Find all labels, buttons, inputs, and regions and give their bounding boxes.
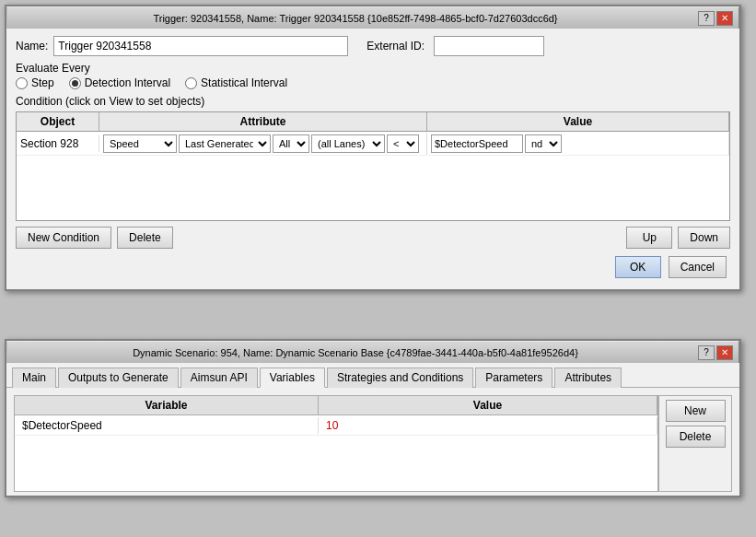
down-button[interactable]: Down [678,227,730,249]
var-new-button[interactable]: New [666,400,726,422]
var-td-value: 10 [319,417,657,434]
attr-generated-select[interactable]: Last Generated [179,134,271,153]
radio-detection-interval[interactable]: Detection Interval [69,76,170,89]
tab-attributes[interactable]: Attributes [554,368,622,388]
td-value: nd [427,133,729,155]
variables-section: Variable Value $DetectorSpeed 10 New Del… [6,388,739,496]
tab-main[interactable]: Main [12,368,56,388]
attr-all-select[interactable]: All [273,134,309,153]
new-condition-button[interactable]: New Condition [16,227,111,249]
buttons-left: New Condition Delete [16,227,173,249]
scenario-dialog: Dynamic Scenario: 954, Name: Dynamic Sce… [5,339,741,497]
name-row: Name: External ID: [16,36,730,56]
evaluate-radio-group: Step Detection Interval Statistical Inte… [16,76,730,89]
th-attribute: Attribute [99,112,427,131]
tab-bar: Main Outputs to Generate Aimsun API Vari… [6,363,739,388]
radio-step[interactable]: Step [16,76,54,89]
variables-table-container: Variable Value $DetectorSpeed 10 [14,395,658,492]
ext-id-label: External ID: [366,40,425,53]
attr-lanes-select[interactable]: (all Lanes) [311,134,385,153]
ok-cancel-row: OK Cancel [16,252,730,282]
scenario-title-bar: Dynamic Scenario: 954, Name: Dynamic Sce… [6,341,739,363]
td-object: Section 928 [17,135,99,152]
tab-outputs[interactable]: Outputs to Generate [58,368,179,388]
variables-table: Variable Value $DetectorSpeed 10 [15,396,657,491]
scenario-close-button[interactable]: ✕ [716,345,733,360]
tab-parameters[interactable]: Parameters [475,368,552,388]
attr-lt-select[interactable]: < [387,134,419,153]
radio-statistical-interval[interactable]: Statistical Interval [185,76,287,89]
th-value: Value [427,112,729,131]
delete-button[interactable]: Delete [117,227,173,249]
var-th-variable: Variable [15,396,319,414]
up-button[interactable]: Up [626,227,672,249]
ok-button[interactable]: OK [615,256,661,278]
var-row-0[interactable]: $DetectorSpeed 10 [15,415,657,436]
var-delete-button[interactable]: Delete [666,426,726,448]
name-input[interactable] [53,36,348,56]
th-object: Object [17,112,99,131]
radio-detection-label: Detection Interval [85,76,170,89]
radio-step-label: Step [31,76,54,89]
scenario-help-button[interactable]: ? [698,345,715,360]
radio-detection-circle[interactable] [69,77,81,89]
radio-statistical-circle[interactable] [185,77,197,89]
td-attribute: Speed Last Generated All (all Lanes) < [99,133,427,155]
evaluate-every-label: Evaluate Every [16,62,730,75]
condition-label: Condition (click on View to set objects) [16,95,730,108]
ext-id-input[interactable] [434,36,544,56]
condition-buttons-row: New Condition Delete Up Down [16,227,730,249]
tab-strategies[interactable]: Strategies and Conditions [327,368,473,388]
value-detector-input[interactable] [431,134,523,153]
radio-statistical-label: Statistical Interval [201,76,287,89]
cancel-button[interactable]: Cancel [669,256,727,278]
tab-variables[interactable]: Variables [260,368,325,388]
conditions-table: Object Attribute Value Section 928 Speed… [16,111,730,221]
trigger-title-icons: ? ✕ [698,11,733,26]
table-header: Object Attribute Value [17,112,729,132]
buttons-right: Up Down [626,227,730,249]
attr-speed-select[interactable]: Speed [103,134,177,153]
empty-rows [17,156,729,220]
value-nd-select[interactable]: nd [525,134,562,153]
scenario-dialog-title: Dynamic Scenario: 954, Name: Dynamic Sce… [13,347,698,358]
radio-step-circle[interactable] [16,77,28,89]
var-empty-area [15,436,657,491]
trigger-dialog-title: Trigger: 920341558, Name: Trigger 920341… [13,13,698,24]
trigger-content: Name: External ID: Evaluate Every Step D… [6,29,739,289]
var-th-value: Value [319,396,657,414]
name-label: Name: [16,40,48,53]
trigger-help-button[interactable]: ? [698,11,715,26]
var-td-name: $DetectorSpeed [15,417,319,434]
scenario-title-icons: ? ✕ [698,345,733,360]
trigger-close-button[interactable]: ✕ [716,11,733,26]
var-table-header: Variable Value [15,396,657,415]
trigger-title-bar: Trigger: 920341558, Name: Trigger 920341… [6,6,739,29]
table-row: Section 928 Speed Last Generated All (al… [17,132,729,156]
trigger-dialog: Trigger: 920341558, Name: Trigger 920341… [5,5,741,291]
tab-aimsun[interactable]: Aimsun API [180,368,258,388]
var-side-buttons: New Delete [658,395,732,492]
